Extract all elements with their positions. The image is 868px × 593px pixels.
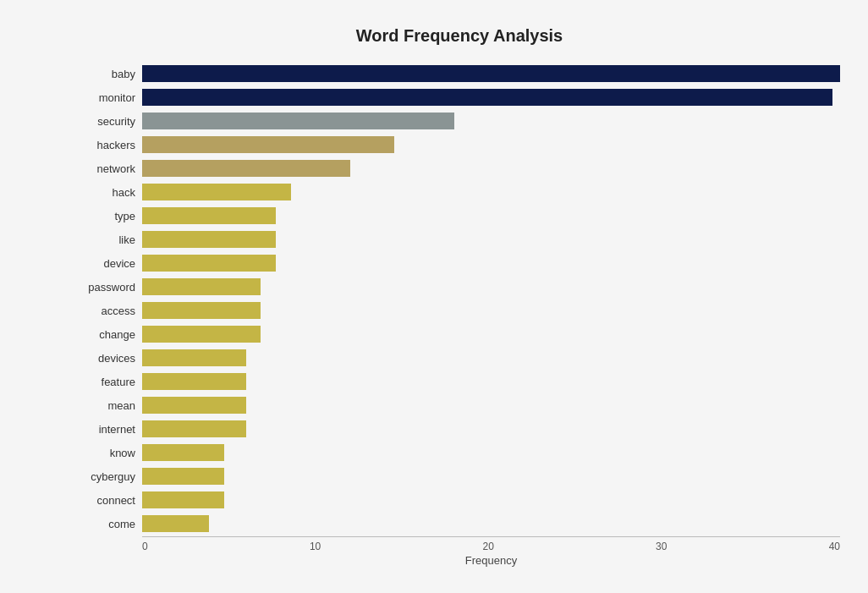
bar-fill bbox=[142, 326, 261, 343]
bar-fill bbox=[142, 184, 291, 200]
bar-row: mean bbox=[79, 394, 840, 417]
bar-label: network bbox=[79, 162, 142, 175]
bar-label: like bbox=[79, 233, 142, 246]
bar-fill bbox=[142, 420, 246, 437]
bar-label: come bbox=[79, 518, 142, 530]
bar-track bbox=[142, 326, 840, 343]
bar-track bbox=[142, 184, 840, 200]
bars-area: babymonitorsecurityhackersnetworkhacktyp… bbox=[79, 63, 840, 536]
bar-fill bbox=[142, 468, 224, 485]
bar-label: feature bbox=[79, 376, 142, 388]
chart-title: Word Frequency Analysis bbox=[79, 26, 840, 46]
x-tick-label: 0 bbox=[142, 541, 148, 552]
bar-label: type bbox=[79, 210, 142, 222]
bar-track bbox=[142, 397, 840, 414]
bar-row: devices bbox=[79, 347, 840, 370]
bar-fill bbox=[142, 491, 224, 508]
bar-fill bbox=[142, 255, 276, 272]
bar-track bbox=[142, 113, 840, 129]
bar-track bbox=[142, 420, 840, 437]
bar-track bbox=[142, 444, 840, 461]
bar-row: connect bbox=[79, 489, 840, 512]
bar-label: password bbox=[79, 281, 142, 294]
bar-track bbox=[142, 468, 840, 485]
bar-label: hackers bbox=[79, 139, 142, 151]
bar-track bbox=[142, 349, 840, 366]
bar-fill bbox=[142, 207, 276, 224]
bar-label: security bbox=[79, 115, 142, 128]
x-tick-label: 10 bbox=[310, 541, 321, 552]
bar-row: security bbox=[79, 110, 840, 133]
bar-track bbox=[142, 255, 840, 272]
x-tick-label: 30 bbox=[656, 541, 667, 552]
bar-row: type bbox=[79, 205, 840, 228]
bar-fill bbox=[142, 373, 246, 390]
x-tick-label: 40 bbox=[829, 541, 840, 552]
bar-fill bbox=[142, 397, 246, 414]
bar-track bbox=[142, 89, 840, 106]
bar-track bbox=[142, 373, 840, 390]
bar-label: hack bbox=[79, 186, 142, 199]
bar-row: device bbox=[79, 252, 840, 275]
bar-track bbox=[142, 160, 840, 177]
bar-track bbox=[142, 207, 840, 224]
bar-row: access bbox=[79, 299, 840, 322]
bar-label: change bbox=[79, 328, 142, 341]
bar-label: device bbox=[79, 257, 142, 270]
bar-label: know bbox=[79, 447, 142, 459]
bar-row: hackers bbox=[79, 134, 840, 156]
bar-row: network bbox=[79, 157, 840, 180]
bar-label: cyberguy bbox=[79, 470, 142, 483]
bar-label: monitor bbox=[79, 91, 142, 104]
bar-fill bbox=[142, 65, 840, 82]
bar-fill bbox=[142, 231, 276, 248]
x-tick-label: 20 bbox=[482, 541, 493, 552]
bar-label: access bbox=[79, 305, 142, 317]
bar-track bbox=[142, 231, 840, 248]
bar-row: like bbox=[79, 228, 840, 251]
bar-track bbox=[142, 65, 840, 82]
bar-fill bbox=[142, 515, 209, 532]
bar-track bbox=[142, 515, 840, 532]
bar-fill bbox=[142, 302, 261, 319]
chart-container: Word Frequency Analysis babymonitorsecur… bbox=[11, 9, 857, 585]
bar-fill bbox=[142, 89, 832, 106]
bar-row: password bbox=[79, 276, 840, 299]
bar-fill bbox=[142, 113, 454, 129]
bar-row: cyberguy bbox=[79, 465, 840, 488]
bar-row: hack bbox=[79, 181, 840, 204]
bar-row: internet bbox=[79, 418, 840, 441]
bar-row: come bbox=[79, 513, 840, 535]
bar-label: internet bbox=[79, 423, 142, 436]
bar-track bbox=[142, 278, 840, 295]
bar-fill bbox=[142, 136, 394, 153]
bar-row: feature bbox=[79, 371, 840, 393]
bar-label: mean bbox=[79, 399, 142, 412]
bar-fill bbox=[142, 349, 246, 366]
bar-row: change bbox=[79, 323, 840, 346]
bar-label: devices bbox=[79, 352, 142, 365]
bar-fill bbox=[142, 160, 350, 177]
bar-fill bbox=[142, 444, 224, 461]
bar-fill bbox=[142, 278, 261, 295]
bar-row: monitor bbox=[79, 86, 840, 109]
bar-track bbox=[142, 491, 840, 508]
bar-row: baby bbox=[79, 63, 840, 85]
x-axis-title: Frequency bbox=[142, 554, 840, 567]
bar-row: know bbox=[79, 442, 840, 464]
bar-label: connect bbox=[79, 494, 142, 507]
bar-label: baby bbox=[79, 68, 142, 80]
bar-track bbox=[142, 302, 840, 319]
bar-track bbox=[142, 136, 840, 153]
